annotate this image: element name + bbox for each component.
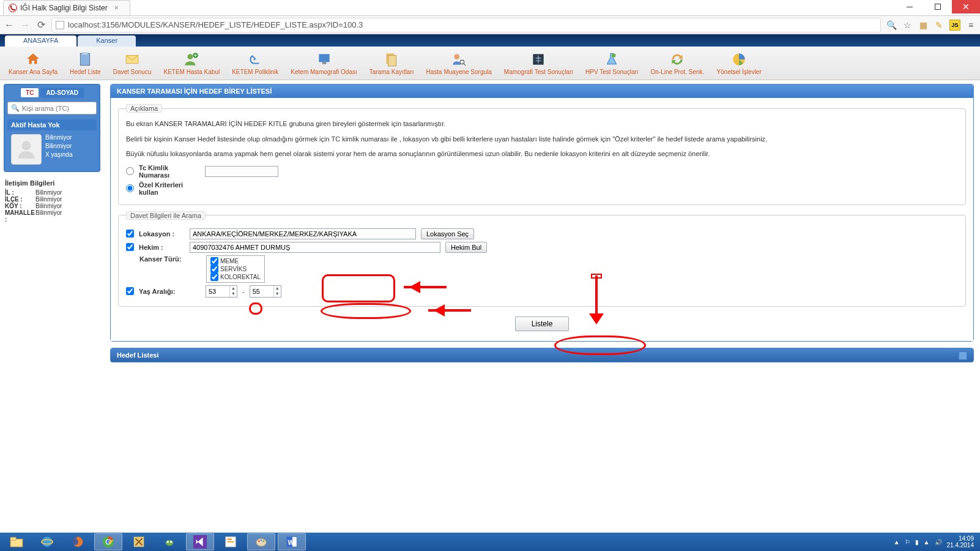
url-text: localhost:3156/MODULES/KANSER/HEDEF_LIST… bbox=[68, 20, 363, 29]
tool-ketem-poliklinik[interactable]: KETEM Poliklinik bbox=[226, 50, 284, 77]
url-field[interactable]: localhost:3156/MODULES/KANSER/HEDEF_LIST… bbox=[51, 18, 881, 32]
sync-icon bbox=[669, 51, 685, 67]
lokasyon-input[interactable] bbox=[190, 228, 416, 239]
tray-wifi-icon[interactable]: ▲ bbox=[924, 539, 930, 545]
browser-tab[interactable]: IĞI Halk Sagligi Bilgi Sister × bbox=[3, 0, 130, 15]
content-area: KANSER TARAMASI İÇİN HEDEF BİREY LİSTESİ… bbox=[104, 80, 980, 533]
svg-text:W: W bbox=[288, 539, 295, 546]
tool-kanser-ana-sayfa[interactable]: Kanser Ana Sayfa bbox=[2, 50, 64, 77]
svg-point-31 bbox=[261, 539, 262, 541]
kanser-turu-label: Kanser Türü: bbox=[139, 255, 185, 263]
hekim-input[interactable] bbox=[190, 242, 440, 253]
lokasyon-check[interactable] bbox=[126, 230, 134, 238]
tray-battery-icon[interactable]: ▮ bbox=[915, 539, 919, 545]
chevron-up-icon[interactable]: ▲ bbox=[229, 286, 237, 291]
lokasyon-sec-button[interactable]: Lokasyon Seç bbox=[421, 228, 474, 239]
menu-icon[interactable]: ≡ bbox=[965, 20, 976, 31]
chk-serviks[interactable] bbox=[210, 265, 218, 273]
tool-tarama-kayitlari[interactable]: Tarama Kayıtları bbox=[363, 50, 420, 77]
window-maximize-button[interactable] bbox=[924, 0, 952, 13]
star-icon[interactable]: ☆ bbox=[902, 20, 913, 31]
tc-input[interactable] bbox=[205, 166, 278, 177]
tool-ketem-mamografi[interactable]: Ketem Mamografi Odası bbox=[284, 50, 363, 77]
back-button[interactable]: ← bbox=[4, 20, 15, 31]
radio-ozel[interactable] bbox=[126, 184, 134, 192]
pie-icon bbox=[731, 51, 747, 67]
sidebar: TC AD-SOYAD 🔍 Aktif Hasta Yok Bilinmiyor… bbox=[0, 80, 104, 533]
svg-point-26 bbox=[170, 541, 173, 543]
panel-action-icon[interactable] bbox=[959, 351, 967, 360]
hekim-bul-button[interactable]: Hekim Bul bbox=[445, 242, 487, 253]
tool-yonetsel-islevler[interactable]: Yönetsel İşlevler bbox=[710, 50, 767, 77]
address-bar: ← → ⟳ localhost:3156/MODULES/KANSER/HEDE… bbox=[0, 16, 980, 34]
tray-sound-icon[interactable]: 🔊 bbox=[935, 539, 942, 545]
age-max-input[interactable] bbox=[250, 288, 273, 295]
tool-mamografi-test[interactable]: Mamografi Test Sonuçları bbox=[498, 50, 579, 77]
tool-hedef-liste[interactable]: Hedef Liste bbox=[64, 50, 107, 77]
tab-kanser[interactable]: Kanser bbox=[78, 36, 136, 47]
chk-kolorektal[interactable] bbox=[210, 273, 218, 281]
toolbar: Kanser Ana Sayfa Hedef Liste Davet Sonuc… bbox=[0, 47, 980, 80]
svg-point-17 bbox=[42, 537, 53, 547]
tool-davet-sonucu[interactable]: Davet Sonucu bbox=[107, 50, 158, 77]
svg-point-14 bbox=[22, 141, 31, 151]
tray-clock[interactable]: 14:09 21.4.2014 bbox=[947, 535, 974, 549]
tb-app-3[interactable] bbox=[217, 533, 245, 550]
favicon-icon bbox=[9, 4, 17, 12]
search-icon[interactable]: 🔍 bbox=[886, 20, 897, 31]
flask-icon bbox=[604, 51, 620, 67]
tb-app-2[interactable] bbox=[155, 533, 184, 550]
svg-rect-0 bbox=[81, 53, 90, 66]
hekim-check[interactable] bbox=[126, 243, 134, 251]
age-min-spinner[interactable]: ▲▼ bbox=[206, 285, 237, 298]
xray-icon bbox=[530, 51, 546, 67]
ext-icon-js[interactable]: JS bbox=[949, 20, 960, 31]
aciklama-legend: Açıklama bbox=[126, 104, 162, 113]
radio-tc-row: Tc Kimlik Numarası bbox=[126, 164, 958, 179]
ext-icon-1[interactable]: ▦ bbox=[918, 20, 929, 31]
user-add-icon bbox=[184, 51, 199, 67]
chevron-up-icon[interactable]: ▲ bbox=[273, 286, 281, 291]
chevron-down-icon[interactable]: ▼ bbox=[229, 291, 237, 297]
tool-ketem-hasta-kabul[interactable]: KETEM Hasta Kabul bbox=[157, 50, 226, 77]
tray-flag-icon[interactable]: ⚐ bbox=[905, 539, 910, 545]
yas-label: Yaş Aralığı: bbox=[139, 288, 185, 295]
tab-anasayfa[interactable]: ANASAYFA bbox=[5, 36, 76, 47]
window-minimize-button[interactable] bbox=[896, 0, 924, 13]
taskbar: W ▲ ⚐ ▮ ▲ 🔊 14:09 21.4.2014 bbox=[0, 533, 980, 551]
tb-word[interactable]: W bbox=[278, 533, 306, 550]
chevron-down-icon[interactable]: ▼ bbox=[273, 291, 281, 297]
yas-check[interactable] bbox=[126, 287, 134, 295]
tb-paint[interactable] bbox=[247, 533, 275, 550]
tb-visual-studio[interactable] bbox=[186, 533, 214, 550]
hekim-label: Hekim : bbox=[139, 244, 185, 251]
tb-explorer[interactable] bbox=[2, 533, 31, 550]
chk-meme[interactable] bbox=[210, 257, 218, 265]
window-close-button[interactable]: ✕ bbox=[952, 0, 980, 13]
radio-ozel-row: Özel Kriterleri kullan bbox=[126, 181, 958, 196]
toggle-ad-soyad[interactable]: AD-SOYAD bbox=[40, 88, 83, 98]
tb-app-1[interactable] bbox=[125, 533, 153, 550]
tb-ie[interactable] bbox=[33, 533, 61, 550]
tool-online-prot-senk[interactable]: On-Line Prot. Senk. bbox=[645, 50, 711, 77]
age-min-input[interactable] bbox=[206, 288, 229, 295]
age-max-spinner[interactable]: ▲▼ bbox=[250, 285, 281, 298]
search-panel: KANSER TARAMASI İÇİN HEDEF BİREY LİSTESİ… bbox=[110, 84, 974, 342]
person-search-input[interactable] bbox=[22, 105, 93, 112]
tool-hpv-test[interactable]: HPV Test Sonuçları bbox=[579, 50, 645, 77]
reload-button[interactable]: ⟳ bbox=[35, 20, 46, 31]
tb-firefox[interactable] bbox=[64, 533, 92, 550]
patient-card: Bilinmiyor Bilinmiyor X yaşında bbox=[7, 130, 97, 168]
toggle-tc[interactable]: TC bbox=[20, 88, 39, 98]
tb-chrome[interactable] bbox=[94, 533, 122, 550]
forward-button[interactable]: → bbox=[20, 20, 31, 31]
tab-close-icon[interactable]: × bbox=[114, 4, 119, 12]
tool-hasta-muayene-sorgula[interactable]: Hasta Muayene Sorgula bbox=[420, 50, 498, 77]
radio-tc[interactable] bbox=[126, 167, 134, 175]
listele-button[interactable]: Listele bbox=[515, 317, 570, 331]
ext-icon-2[interactable]: ✎ bbox=[934, 20, 945, 31]
person-search[interactable]: 🔍 bbox=[7, 102, 97, 114]
tray-up-icon[interactable]: ▲ bbox=[894, 539, 900, 545]
svg-point-24 bbox=[166, 540, 174, 545]
patient-line-1: Bilinmiyor bbox=[45, 134, 72, 141]
